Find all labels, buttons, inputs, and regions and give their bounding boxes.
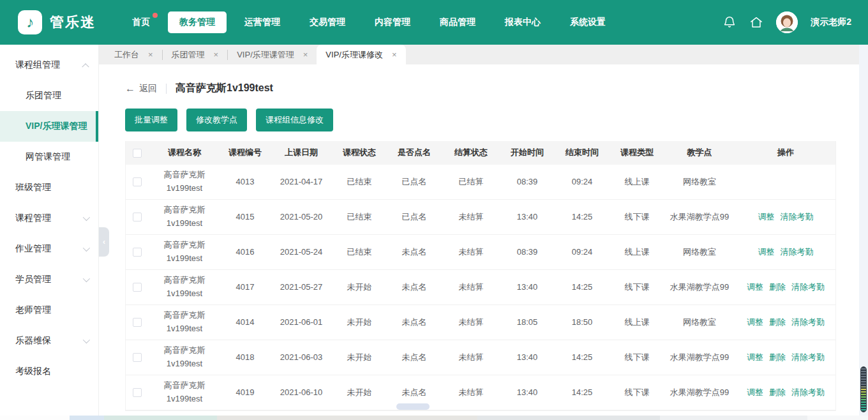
clear-attendance-link[interactable]: 清除考勤 [791, 351, 825, 364]
sidebar-subitem-0-1[interactable]: VIP/乐理课管理 [0, 111, 98, 142]
tab-close-icon[interactable]: × [392, 50, 397, 59]
tab-0[interactable]: 工作台× [105, 45, 162, 64]
sidebar-item-label: 老师管理 [15, 304, 51, 316]
row-checkbox[interactable] [133, 177, 142, 186]
cell-type: 线下课 [610, 207, 664, 228]
sidebar-item-0[interactable]: 课程组管理 [0, 50, 98, 80]
clear-attendance-link[interactable]: 清除考勤 [791, 386, 825, 400]
nav-item-0[interactable]: 首页 [121, 11, 161, 33]
cell-settlement: 未结算 [442, 382, 500, 403]
table-row: 高音萨克斯1v199test40192021-06-10未开始未点名未结算13:… [126, 375, 835, 410]
brand[interactable]: ♪ 管乐迷 [0, 10, 118, 34]
adjust-link[interactable]: 调整 [747, 281, 763, 294]
sidebar-item-1[interactable]: 班级管理 [0, 172, 98, 203]
adjust-link[interactable]: 调整 [758, 211, 775, 224]
sidebar-item-7[interactable]: 考级报名 [0, 356, 98, 387]
sidebar-subitem-0-2[interactable]: 网管课管理 [0, 142, 98, 172]
horizontal-scrollbar-thumb[interactable] [396, 403, 430, 410]
page-header: ← 返回 高音萨克斯1v199test [125, 82, 859, 95]
sidebar-item-3[interactable]: 作业管理 [0, 234, 98, 264]
cell-date: 2021-06-10 [270, 382, 333, 403]
row-checkbox[interactable] [133, 213, 142, 221]
tab-close-icon[interactable]: × [148, 50, 153, 59]
tab-3[interactable]: VIP/乐理课修改× [317, 45, 405, 64]
clear-attendance-link[interactable]: 清除考勤 [781, 211, 814, 224]
cell-end: 14:25 [555, 382, 610, 403]
cell-end: 09:24 [555, 242, 610, 263]
cell-type: 线上课 [610, 172, 664, 193]
cell-actions: 调整删除清除考勤 [735, 312, 837, 333]
adjust-link[interactable]: 调整 [747, 316, 763, 329]
row-checkbox[interactable] [133, 388, 142, 397]
nav-item-5[interactable]: 商品管理 [428, 11, 487, 33]
chevron-down-icon [83, 275, 90, 282]
sidebar-item-4[interactable]: 学员管理 [0, 264, 98, 295]
sidebar-item-2[interactable]: 课程管理 [0, 203, 98, 234]
sidebar-item-label: 课程管理 [15, 213, 51, 224]
row-checkbox[interactable] [133, 318, 142, 327]
clear-attendance-link[interactable]: 清除考勤 [781, 246, 814, 259]
adjust-link[interactable]: 调整 [747, 386, 763, 400]
sidebar-item-label: 课程组管理 [15, 59, 60, 71]
bell-icon[interactable] [722, 15, 737, 29]
delete-link[interactable]: 删除 [769, 351, 786, 364]
sidebar-item-6[interactable]: 乐器维保 [0, 326, 98, 356]
row-checkbox[interactable] [133, 248, 142, 257]
batch-adjust-button[interactable]: 批量调整 [125, 109, 177, 131]
cell-type: 线下课 [610, 382, 664, 403]
cell-actions: 调整删除清除考勤 [735, 382, 837, 403]
nav-item-7[interactable]: 系统设置 [558, 11, 617, 33]
header-divider [166, 84, 167, 94]
cell-end: 09:24 [555, 172, 610, 193]
nav-item-6[interactable]: 报表中心 [493, 11, 552, 33]
delete-link[interactable]: 删除 [769, 281, 786, 294]
delete-link[interactable]: 删除 [769, 316, 786, 329]
select-all-checkbox[interactable] [133, 149, 142, 158]
tab-label: VIP/乐理课管理 [237, 49, 294, 61]
cell-end: 18:50 [555, 312, 610, 333]
adjust-link[interactable]: 调整 [747, 351, 763, 364]
tab-1[interactable]: 乐团管理× [163, 45, 228, 64]
change-venue-button[interactable]: 修改教学点 [186, 109, 247, 131]
user-avatar[interactable] [776, 11, 798, 33]
row-checkbox[interactable] [133, 283, 142, 292]
clear-attendance-link[interactable]: 清除考勤 [791, 316, 825, 329]
cell-start: 13:40 [500, 347, 555, 368]
cell-date: 2021-06-03 [270, 347, 333, 368]
cell-settlement: 未结算 [442, 207, 500, 228]
back-button[interactable]: ← 返回 [125, 83, 157, 94]
cell-rollcall: 未点名 [386, 242, 442, 263]
clear-attendance-link[interactable]: 清除考勤 [791, 281, 825, 294]
cell-name: 高音萨克斯1v199test [149, 235, 220, 269]
nav-item-3[interactable]: 交易管理 [298, 11, 357, 33]
cell-type: 线上课 [610, 312, 664, 333]
vertical-scrollbar-thumb[interactable] [860, 366, 867, 412]
cell-type: 线上课 [610, 242, 664, 263]
edit-course-group-button[interactable]: 课程组信息修改 [256, 109, 333, 131]
adjust-link[interactable]: 调整 [758, 246, 775, 259]
tab-close-icon[interactable]: × [214, 50, 219, 59]
navbar-right: 演示老师2 [722, 11, 868, 33]
column-header-6: 开始时间 [500, 142, 555, 163]
open-tabs-bar: 工作台×乐团管理×VIP/乐理课管理×VIP/乐理课修改× [99, 45, 868, 64]
sidebar-subitem-0-0[interactable]: 乐团管理 [0, 80, 98, 111]
cell-rollcall: 未点名 [386, 312, 442, 333]
sidebar-item-5[interactable]: 老师管理 [0, 295, 98, 326]
row-checkbox[interactable] [133, 353, 142, 362]
nav-item-2[interactable]: 运营管理 [233, 11, 292, 33]
sidebar-collapse-handle[interactable]: ‹ [99, 227, 109, 257]
user-name[interactable]: 演示老师2 [811, 17, 851, 28]
chevron-down-icon [83, 244, 90, 251]
delete-link[interactable]: 删除 [769, 386, 786, 400]
vertical-scrollbar-track[interactable] [859, 45, 868, 416]
home-icon[interactable] [749, 15, 763, 29]
cell-status: 未开始 [333, 277, 386, 298]
nav-item-4[interactable]: 内容管理 [363, 11, 422, 33]
tab-2[interactable]: VIP/乐理课管理× [228, 45, 317, 64]
tab-close-icon[interactable]: × [303, 50, 308, 59]
nav-item-1[interactable]: 教务管理 [168, 11, 227, 33]
cell-type: 线下课 [610, 277, 664, 298]
header-checkbox-cell [126, 145, 149, 161]
cell-status: 已结束 [333, 242, 386, 263]
cell-settlement: 未结算 [442, 312, 500, 333]
